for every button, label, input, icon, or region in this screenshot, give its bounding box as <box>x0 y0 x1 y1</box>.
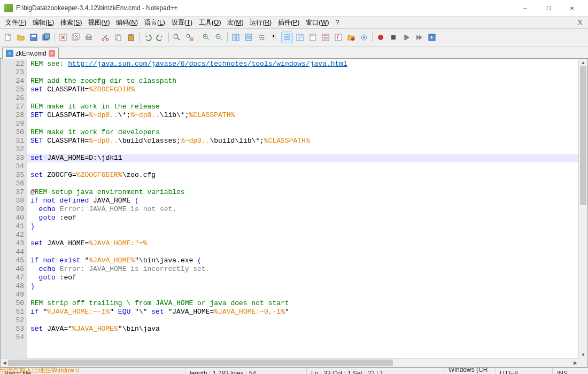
maximize-button[interactable]: ☐ <box>537 0 560 16</box>
menu-t[interactable]: 设置(T) <box>168 17 196 28</box>
close-file-icon[interactable] <box>57 32 69 43</box>
clipped-background-text: 情况自前人出现住Window o <box>0 366 80 374</box>
menu-o[interactable]: 工具(O) <box>196 17 224 28</box>
status-encoding[interactable]: UTF-8 <box>496 368 553 374</box>
app-icon <box>4 4 13 12</box>
doc-list-icon[interactable] <box>320 32 331 43</box>
indent-guide-icon[interactable] <box>281 32 293 43</box>
menu-r[interactable]: 运行(R) <box>246 17 275 28</box>
play-macro-icon[interactable] <box>400 32 412 43</box>
paste-icon[interactable] <box>125 32 137 43</box>
secondary-close-icon[interactable]: X <box>578 18 583 27</box>
open-folder-icon[interactable] <box>15 32 27 43</box>
wrap-icon[interactable] <box>256 32 267 43</box>
editor[interactable]: 2223242526272829303132333435363738394041… <box>1 59 579 359</box>
toolbar: ¶ ƒ <box>0 29 588 46</box>
editor-area: 2223242526272829303132333435363738394041… <box>0 59 588 368</box>
menu-e[interactable]: 编辑(E) <box>29 17 57 28</box>
svg-rect-27 <box>311 35 314 36</box>
lang-format-icon[interactable] <box>294 32 306 43</box>
svg-point-31 <box>351 37 354 41</box>
save-all-icon[interactable] <box>41 32 52 43</box>
vertical-scrollbar[interactable]: ▲ ▼ <box>578 59 587 359</box>
save-macro-icon[interactable] <box>426 32 438 43</box>
record-macro-icon[interactable] <box>375 32 386 43</box>
vscroll-thumb[interactable] <box>580 66 586 205</box>
svg-point-34 <box>378 35 383 40</box>
show-chars-icon[interactable]: ¶ <box>268 32 280 43</box>
statusbar: Batch file length : 1,783 lines : 54 Ln … <box>0 368 588 374</box>
menu-?[interactable]: ? <box>332 18 342 27</box>
zoom-out-icon[interactable] <box>213 32 225 43</box>
new-file-icon[interactable] <box>2 32 14 43</box>
titlebar: F:\bigData\zookeeper-3.4.12\bin\zkEnv.cm… <box>0 0 588 17</box>
copy-icon[interactable] <box>112 32 124 43</box>
print-icon[interactable] <box>83 32 95 43</box>
menu-v[interactable]: 视图(V) <box>85 17 113 28</box>
minimize-button[interactable]: ─ <box>513 0 537 16</box>
horizontal-scrollbar[interactable]: ◀ ▶ <box>1 358 579 367</box>
scroll-corner <box>579 359 587 367</box>
status-length: length : 1,783 lines : 54 <box>185 368 307 374</box>
menu-w[interactable]: 窗口(W) <box>303 17 332 28</box>
status-eol[interactable]: Windows (CR LF) <box>444 368 496 374</box>
menu-m[interactable]: 宏(M) <box>224 17 246 28</box>
menu-p[interactable]: 插件(P) <box>275 17 303 28</box>
svg-rect-2 <box>32 35 36 37</box>
status-position: Ln : 33 Col : 1 Sel : 22 | 1 <box>307 368 444 374</box>
close-all-icon[interactable] <box>70 32 82 43</box>
svg-rect-0 <box>5 34 10 41</box>
svg-point-33 <box>363 36 365 38</box>
menu-f[interactable]: 文件(F) <box>2 17 29 28</box>
find-icon[interactable] <box>171 32 183 43</box>
play-multi-icon[interactable] <box>413 32 425 43</box>
menubar: 文件(F)编辑(E)搜索(S)视图(V)编码(N)语言(L)设置(T)工具(O)… <box>0 17 588 29</box>
tab-zkenv[interactable]: ≡ zkEnv.cmd ✕ <box>2 48 59 59</box>
svg-rect-24 <box>245 38 252 41</box>
redo-icon[interactable] <box>154 32 166 43</box>
save-icon[interactable] <box>28 32 40 43</box>
svg-rect-22 <box>236 34 239 41</box>
svg-rect-23 <box>245 34 252 37</box>
tabbar: ≡ zkEnv.cmd ✕ <box>0 46 588 59</box>
sync-v-icon[interactable] <box>230 32 242 43</box>
cut-icon[interactable] <box>99 32 111 43</box>
replace-icon[interactable] <box>184 32 196 43</box>
window-title: F:\bigData\zookeeper-3.4.12\bin\zkEnv.cm… <box>16 4 513 12</box>
scroll-right-icon[interactable]: ▶ <box>571 359 579 367</box>
svg-point-16 <box>174 34 178 38</box>
function-list-icon[interactable]: ƒ <box>332 32 344 43</box>
svg-text:ƒ: ƒ <box>336 35 339 41</box>
zoom-in-icon[interactable] <box>200 32 212 43</box>
undo-icon[interactable] <box>142 32 153 43</box>
svg-rect-9 <box>87 35 90 37</box>
doc-map-icon[interactable] <box>307 32 319 43</box>
status-insert-mode[interactable]: INS <box>553 368 588 374</box>
svg-rect-13 <box>117 36 121 41</box>
tab-label: zkEnv.cmd <box>16 50 47 57</box>
hscroll-thumb[interactable] <box>8 360 393 366</box>
folder-workspace-icon[interactable] <box>345 32 357 43</box>
svg-rect-15 <box>130 34 132 36</box>
file-type-icon: ≡ <box>6 50 13 57</box>
sync-h-icon[interactable] <box>243 32 254 43</box>
stop-macro-icon[interactable] <box>388 32 399 43</box>
menu-l[interactable]: 语言(L) <box>141 17 168 28</box>
svg-rect-4 <box>44 34 50 39</box>
code-content[interactable]: REM see: http://java.sun.com/javase/6/do… <box>27 59 579 359</box>
close-button[interactable]: ✕ <box>560 0 584 16</box>
scroll-up-icon[interactable]: ▲ <box>579 59 587 66</box>
line-number-gutter: 2223242526272829303132333435363738394041… <box>1 59 27 359</box>
menu-s[interactable]: 搜索(S) <box>57 17 85 28</box>
svg-rect-26 <box>310 34 315 41</box>
svg-rect-21 <box>233 34 235 41</box>
window-buttons: ─ ☐ ✕ <box>513 0 584 16</box>
monitor-icon[interactable] <box>358 32 370 43</box>
tab-close-icon[interactable]: ✕ <box>49 50 55 57</box>
menu-n[interactable]: 编码(N) <box>113 17 141 28</box>
svg-rect-18 <box>190 38 193 41</box>
scroll-down-icon[interactable]: ▼ <box>579 351 587 359</box>
svg-rect-35 <box>391 35 396 40</box>
